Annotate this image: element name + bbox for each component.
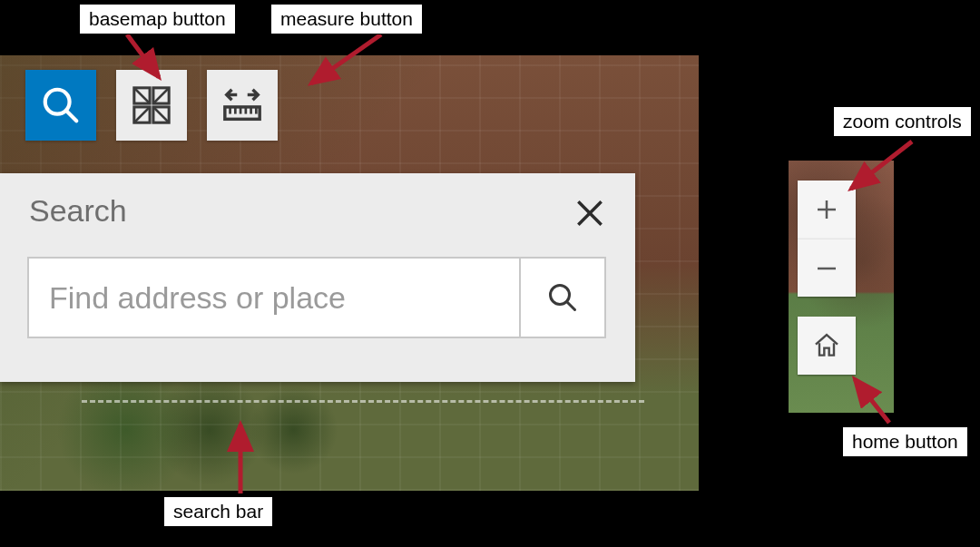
search-input[interactable] <box>27 257 519 338</box>
svg-line-22 <box>567 302 575 310</box>
callout-basemap: basemap button <box>79 4 236 34</box>
arrow-icon <box>222 415 277 503</box>
svg-line-29 <box>851 142 912 189</box>
svg-line-27 <box>311 34 381 83</box>
arrow-icon <box>844 370 916 434</box>
search-field <box>27 257 606 338</box>
callout-searchbar: search bar <box>163 496 273 527</box>
search-panel: Search <box>0 173 635 382</box>
minus-icon <box>813 255 840 282</box>
home-icon <box>812 331 841 360</box>
close-icon <box>573 196 607 230</box>
callout-measure: measure button <box>270 4 423 34</box>
search-icon <box>546 281 579 314</box>
callout-home: home button <box>842 426 968 457</box>
svg-line-26 <box>127 34 159 77</box>
arrow-icon <box>295 27 395 100</box>
search-panel-title: Search <box>29 193 127 229</box>
map-canvas-left[interactable]: Search <box>0 55 699 491</box>
svg-line-1 <box>66 111 77 122</box>
search-submit-button[interactable] <box>519 257 606 338</box>
arrow-icon <box>835 134 926 207</box>
zoom-out-button[interactable] <box>798 239 856 297</box>
search-close-button[interactable] <box>568 191 612 235</box>
measure-button[interactable] <box>207 70 278 141</box>
svg-line-8 <box>134 107 150 122</box>
search-icon <box>40 84 82 126</box>
search-tool-button[interactable] <box>25 70 96 141</box>
arrow-icon <box>109 27 181 91</box>
svg-line-30 <box>855 379 889 423</box>
measure-icon <box>221 84 263 126</box>
svg-line-9 <box>153 107 169 122</box>
callout-zoom: zoom controls <box>833 106 972 137</box>
home-button[interactable] <box>798 317 856 375</box>
